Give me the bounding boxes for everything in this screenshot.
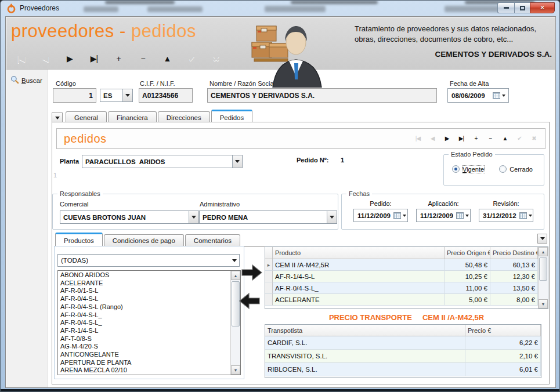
search-button[interactable]: Buscar: [10, 75, 42, 85]
fecha-aplicacion-datepicker[interactable]: 11/12/2009: [416, 209, 471, 222]
row-selector[interactable]: [265, 282, 273, 294]
row-selector[interactable]: [265, 271, 273, 282]
first-record-icon[interactable]: |◀: [16, 53, 26, 64]
calendar-icon[interactable]: [490, 92, 508, 99]
previous-record-icon[interactable]: ◀: [40, 53, 50, 64]
list-item[interactable]: ABONO ARIDOS: [58, 271, 230, 280]
minimize-button[interactable]: [497, 2, 514, 13]
previous-record-icon[interactable]: ◀: [428, 133, 436, 144]
add-record-icon[interactable]: +: [113, 53, 124, 64]
calendar-icon[interactable]: [391, 212, 409, 219]
edit-record-icon[interactable]: ▲: [501, 133, 509, 144]
grid-cell[interactable]: 12,30 €: [490, 271, 538, 282]
first-record-icon[interactable]: |◀: [414, 133, 422, 144]
list-item[interactable]: AF-R-0/1-S-L: [58, 287, 230, 295]
chevron-down-icon[interactable]: [189, 211, 198, 223]
last-record-icon[interactable]: ▶|: [457, 133, 465, 144]
nombre-input[interactable]: CEMENTOS Y DERIVADOS S.A.: [207, 88, 437, 103]
table-row[interactable]: TRANSVISITO, S.L.2,10 €: [265, 350, 541, 363]
row-selector[interactable]: [265, 294, 273, 306]
scroll-up-icon[interactable]: ▲: [231, 271, 240, 280]
grid-cell[interactable]: 6,01 €: [465, 363, 541, 376]
grid-cell[interactable]: 10,25 €: [445, 271, 490, 282]
listbox-scrollbar[interactable]: ▲ ▼: [230, 271, 240, 375]
grid-cell[interactable]: CARDIF, S.L.: [265, 336, 465, 350]
next-record-icon[interactable]: ▶: [443, 133, 451, 144]
scroll-down-icon[interactable]: ▼: [231, 365, 240, 375]
add-product-arrow-button[interactable]: [240, 263, 263, 284]
radio-vigente[interactable]: Vigente: [452, 165, 484, 173]
grid-cell[interactable]: TRANSVISITO, S.L.: [265, 350, 465, 363]
fecha-revision-datepicker[interactable]: 31/12/2012: [479, 209, 533, 222]
column-header-0[interactable]: Producto: [273, 247, 445, 259]
column-header-1[interactable]: Precio €: [465, 325, 541, 336]
chevron-down-icon[interactable]: [229, 255, 239, 266]
edit-record-icon[interactable]: ▲: [162, 53, 172, 64]
table-row[interactable]: CARDIF, S.L.6,22 €: [265, 336, 541, 350]
confirm-record-icon[interactable]: ✔: [515, 133, 523, 144]
administrativo-combobox[interactable]: PEDRO MENA: [199, 210, 337, 224]
column-header-0[interactable]: Transpotista: [265, 325, 465, 336]
add-record-icon[interactable]: +: [472, 133, 480, 144]
chevron-down-icon[interactable]: [232, 155, 242, 168]
country-combobox[interactable]: ES: [100, 89, 133, 102]
maximize-button[interactable]: [514, 2, 530, 13]
remove-product-arrow-button[interactable]: [238, 291, 261, 312]
list-item[interactable]: AF-R-0/4-S-L: [58, 295, 230, 303]
grid-cell[interactable]: 50,48 €: [445, 259, 490, 271]
next-record-icon[interactable]: ▶: [64, 53, 75, 64]
grid-cell[interactable]: RIBLOCEN, S.L.: [265, 363, 465, 376]
subtab-comentarios[interactable]: Comentarios: [185, 234, 240, 246]
scrollbar-thumb[interactable]: [539, 257, 547, 281]
list-item[interactable]: ACELERANTE: [58, 280, 230, 288]
list-item[interactable]: AF-R-0/4-S-L_: [58, 311, 230, 320]
radio-vigente-icon[interactable]: [452, 165, 460, 173]
planta-combobox[interactable]: PARACUELLOS ARIDOS: [82, 155, 243, 168]
grid-cell[interactable]: ACELERANTE: [273, 294, 445, 306]
scroll-down-icon[interactable]: ▼: [539, 299, 548, 308]
subtab-condiciones-de-pago[interactable]: Condiciones de pago: [104, 234, 184, 246]
comercial-combobox[interactable]: CUEVAS BROTONS JUAN: [60, 210, 199, 224]
product-filter-combobox[interactable]: (TODAS): [57, 254, 240, 267]
grid-cell[interactable]: 5,00 €: [445, 294, 490, 306]
cif-input[interactable]: A01234566: [139, 88, 193, 103]
list-item[interactable]: ARENA MEZCLA 02/10: [58, 366, 230, 375]
table-row[interactable]: ACELERANTE5,00 €8,00 €: [265, 294, 538, 306]
grid-cell[interactable]: AF-R-0/4-S-L_: [273, 282, 445, 294]
calendar-icon[interactable]: [516, 212, 535, 219]
table-row[interactable]: ▸CEM II /A-M42,5R50,48 €60,13 €: [265, 259, 538, 271]
list-item[interactable]: AF-R-0/4-S-L_: [58, 319, 230, 327]
list-item[interactable]: AF-R-1/4-S-L: [58, 327, 230, 335]
grid-cell[interactable]: CEM II /A-M42,5R: [273, 259, 445, 271]
last-record-icon[interactable]: ▶|: [89, 53, 99, 64]
grid-cell[interactable]: 60,13 €: [490, 259, 538, 271]
grid-cell[interactable]: AF-R-1/4-S-L: [273, 271, 445, 282]
scroll-up-icon[interactable]: ▲: [539, 247, 548, 256]
grid-cell[interactable]: 2,10 €: [465, 350, 541, 363]
grid-cell[interactable]: 11,00 €: [445, 282, 490, 294]
confirm-record-icon[interactable]: ✔: [186, 53, 197, 64]
list-item[interactable]: AF-R-0/4-S-L (Rango): [58, 303, 230, 311]
subtab-productos[interactable]: Productos: [55, 233, 103, 246]
cancel-record-icon[interactable]: ✖: [530, 133, 538, 144]
delete-record-icon[interactable]: −: [486, 133, 494, 144]
grid-cell[interactable]: 8,00 €: [490, 294, 538, 306]
chevron-down-icon[interactable]: [327, 211, 337, 223]
delete-record-icon[interactable]: −: [138, 53, 148, 64]
grid-cell[interactable]: 13,50 €: [490, 282, 538, 294]
radio-cerrado-icon[interactable]: [499, 165, 507, 173]
grid-cell[interactable]: 6,22 €: [465, 336, 541, 350]
column-header-1[interactable]: Precio Origen €: [445, 247, 490, 259]
table-row[interactable]: RIBLOCEN, S.L.6,01 €: [265, 363, 541, 376]
list-item[interactable]: APERTURA DE PLANTA: [58, 359, 230, 367]
table-row[interactable]: AF-R-0/4-S-L_11,00 €13,50 €: [265, 282, 538, 294]
close-button[interactable]: ✕: [530, 2, 555, 13]
list-item[interactable]: ANTICONGELANTE: [58, 351, 230, 359]
grid-scrollbar[interactable]: ▲ ▼: [538, 247, 548, 308]
fecha-alta-datepicker[interactable]: 08/06/2009: [447, 88, 509, 103]
list-item[interactable]: AG-M-4/20-S: [58, 343, 230, 351]
radio-cerrado[interactable]: Cerrado: [499, 165, 533, 173]
fecha-pedido-datepicker[interactable]: 11/12/2009: [353, 209, 408, 222]
cancel-record-icon[interactable]: ✖: [211, 53, 221, 64]
calendar-icon[interactable]: [453, 212, 472, 219]
